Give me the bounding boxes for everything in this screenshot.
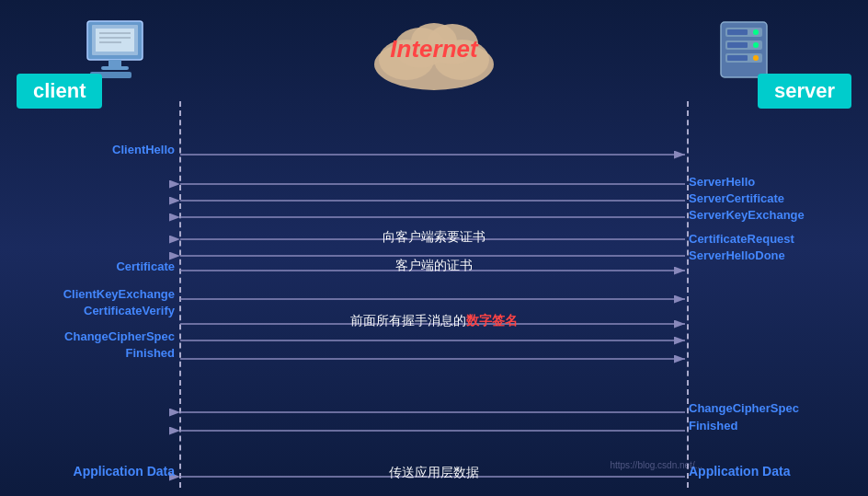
- digital-sig-prefix: 前面所有握手消息的: [350, 313, 466, 328]
- svg-rect-11: [96, 29, 134, 52]
- svg-point-21: [753, 55, 759, 61]
- label-finished-client: Finished: [9, 346, 175, 360]
- label-digital-sig: 前面所有握手消息的数字签名: [350, 313, 518, 329]
- svg-rect-22: [727, 29, 748, 35]
- svg-rect-8: [108, 60, 121, 67]
- label-request-cert: 向客户端索要证书: [383, 229, 485, 246]
- label-finished-server: Finished: [689, 419, 859, 433]
- server-icon: [712, 20, 776, 80]
- svg-rect-24: [727, 55, 748, 61]
- label-application-data-client: Application Data: [9, 464, 175, 479]
- svg-point-19: [753, 29, 759, 35]
- svg-point-20: [753, 42, 759, 48]
- client-box: client: [17, 74, 102, 109]
- label-client-key-exchange: ClientKeyExchange: [9, 287, 175, 301]
- label-server-certificate: ServerCertificate: [689, 191, 859, 205]
- label-application-data-server: Application Data: [689, 464, 859, 479]
- label-certificate-verify: CertificateVerify: [9, 304, 175, 317]
- label-certificate-request: CertificateRequest: [689, 232, 859, 246]
- label-server-hello: ServerHello: [689, 175, 859, 189]
- label-server-key-exchange: ServerKeyExchange: [689, 208, 859, 222]
- digital-sig-highlight: 数字签名: [466, 313, 518, 328]
- label-change-cipher-spec-client: ChangeCipherSpec: [9, 329, 175, 343]
- svg-rect-23: [727, 42, 748, 48]
- server-box: server: [758, 74, 851, 109]
- label-change-cipher-spec-server: ChangeCipherSpec: [689, 401, 859, 415]
- label-certificate: Certificate: [9, 260, 175, 273]
- label-app-data-transfer: 传送应用层数据: [389, 465, 479, 481]
- label-client-hello: ClientHello: [9, 143, 175, 156]
- label-client-cert: 客户端的证书: [395, 258, 473, 274]
- label-server-hello-done: ServerHelloDone: [689, 248, 859, 262]
- client-computer-icon: [83, 17, 156, 81]
- svg-rect-9: [101, 66, 129, 70]
- diagram-container: Internet client server: [0, 0, 868, 496]
- internet-label: Internet: [390, 35, 477, 63]
- watermark: https://blog.csdn.net/...: [610, 460, 702, 470]
